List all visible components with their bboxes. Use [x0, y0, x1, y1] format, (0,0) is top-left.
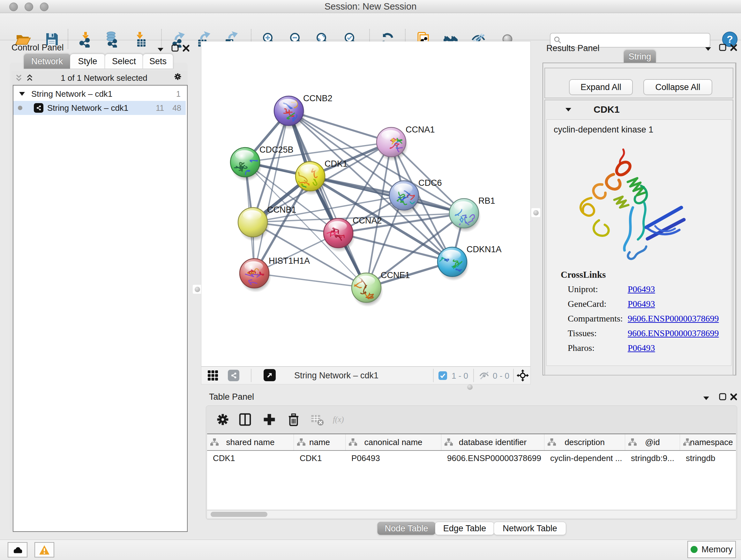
- results-panel-close-button[interactable]: [730, 44, 738, 52]
- network-type-badge[interactable]: [228, 370, 239, 381]
- pan-mode-button[interactable]: [516, 369, 529, 382]
- network-canvas[interactable]: CCNB2CCNA1CDC25BCDK1CDC6RB1CCNB1CCNA2CDK…: [201, 42, 530, 367]
- table-cell[interactable]: cyclin-dependent ...: [544, 451, 625, 465]
- tab-network[interactable]: Network: [23, 54, 71, 69]
- network-list-header: 1 of 1 Network selected: [11, 71, 188, 85]
- column-header-database-identifier[interactable]: database identifier: [441, 434, 544, 450]
- table-panel-close-button[interactable]: [730, 393, 738, 401]
- node-label-CCNA1: CCNA1: [406, 125, 435, 134]
- column-header-shared-name[interactable]: shared name: [207, 434, 294, 450]
- crosslink-link[interactable]: 9606.ENSP00000378699: [628, 328, 719, 338]
- network-list-options-button[interactable]: [174, 72, 185, 83]
- warnings-button[interactable]: [35, 542, 54, 557]
- control-panel-close-button[interactable]: [182, 44, 190, 52]
- bottom-splitter-handle[interactable]: [467, 384, 473, 390]
- table-panel-float-button[interactable]: [719, 393, 727, 401]
- results-scrollbar-track[interactable]: [736, 63, 737, 375]
- control-panel-float-button[interactable]: [171, 44, 179, 52]
- table-cell[interactable]: stringdb:9...: [625, 451, 680, 465]
- crosslink-link[interactable]: P06493: [628, 343, 655, 353]
- node-label-CDC6: CDC6: [418, 178, 442, 188]
- chevron-down-icon: [156, 45, 165, 54]
- tab-style[interactable]: Style: [70, 54, 105, 69]
- table-horizontal-scrollbar[interactable]: [207, 510, 736, 518]
- import-table-button[interactable]: [132, 31, 149, 48]
- table-cell[interactable]: stringdb: [680, 451, 736, 465]
- column-header-canonical-name[interactable]: canonical name: [346, 434, 441, 450]
- node-label-CDK1: CDK1: [325, 159, 347, 169]
- share-icon: [36, 105, 42, 111]
- network-collection-row[interactable]: String Network – cdk1 1: [13, 87, 186, 101]
- section-expander-icon[interactable]: [565, 108, 571, 112]
- table-cell[interactable]: 9606.ENSP00000378699: [441, 451, 544, 465]
- function-builder-button-disabled: f(x): [332, 413, 352, 427]
- tab-sets[interactable]: Sets: [143, 54, 173, 69]
- chevron-down-icon: [704, 45, 712, 53]
- gene-section-header[interactable]: CDK1: [544, 100, 733, 119]
- crosslink-link[interactable]: P06493: [628, 284, 655, 294]
- results-panel-menu-button[interactable]: [704, 45, 712, 53]
- add-column-button[interactable]: [262, 413, 276, 427]
- network-node-CDK1[interactable]: [294, 162, 327, 195]
- crosslink-link[interactable]: P06493: [628, 299, 655, 309]
- network-row-selected[interactable]: String Network – cdk1 11 48: [13, 101, 186, 115]
- table-panel-menu-button[interactable]: [702, 394, 711, 402]
- results-panel-float-button[interactable]: [719, 44, 727, 52]
- eye-slash-icon: [478, 371, 490, 380]
- expand-all-networks-button[interactable]: [25, 74, 34, 82]
- column-header-namespace[interactable]: namespace: [680, 434, 736, 450]
- title-bar: Session: New Session: [0, 0, 741, 13]
- grid-mode-button[interactable]: [207, 370, 218, 381]
- left-splitter-handle[interactable]: [193, 285, 202, 294]
- show-columns-button[interactable]: [238, 413, 252, 427]
- crosslink-label: Compartments:: [568, 314, 628, 324]
- scrollbar-thumb[interactable]: [211, 512, 267, 517]
- collapse-all-button[interactable]: Collapse All: [643, 79, 712, 95]
- memory-button[interactable]: Memory: [687, 541, 736, 558]
- birds-eye-view-button[interactable]: [264, 369, 276, 381]
- column-header-description[interactable]: description: [544, 434, 625, 450]
- crosslink-label: Uniprot:: [568, 284, 628, 294]
- delete-column-button[interactable]: [286, 413, 300, 427]
- float-window-icon: [171, 44, 179, 52]
- control-panel-menu-button[interactable]: [156, 45, 165, 54]
- tab-network-table[interactable]: Network Table: [494, 522, 566, 535]
- column-header--id[interactable]: @id: [625, 434, 680, 450]
- collapse-all-networks-button[interactable]: [15, 74, 23, 82]
- import-network-button[interactable]: [77, 31, 94, 48]
- table-row[interactable]: CDK1CDK1P064939606.ENSP00000378699cyclin…: [207, 451, 736, 465]
- tree-expander-icon[interactable]: [19, 91, 25, 96]
- diagonal-arrow-icon: [266, 371, 273, 379]
- tab-string[interactable]: String: [623, 50, 656, 63]
- network-node-CCNA1[interactable]: [377, 127, 408, 161]
- network-node-HIST1H1A[interactable]: [240, 259, 271, 293]
- expand-all-button[interactable]: Expand All: [569, 79, 633, 95]
- network-node-CDKN1A[interactable]: [437, 247, 469, 281]
- hidden-items-icon: [478, 371, 490, 380]
- tab-edge-table[interactable]: Edge Table: [435, 522, 494, 535]
- tab-node-table[interactable]: Node Table: [377, 522, 435, 535]
- network-node-CDC25B[interactable]: [230, 147, 262, 181]
- table-options-button[interactable]: [216, 413, 230, 427]
- network-graph[interactable]: CCNB2CCNA1CDC25BCDK1CDC6RB1CCNB1CCNA2CDK…: [201, 42, 530, 367]
- table-cell[interactable]: CDK1: [207, 451, 294, 465]
- import-network-from-database-button[interactable]: [104, 31, 121, 48]
- cloud-status-button[interactable]: [8, 542, 27, 557]
- network-node-CCNA2[interactable]: [324, 219, 355, 252]
- table-panel-title: Table Panel: [209, 392, 254, 402]
- network-node-RB1[interactable]: [449, 199, 481, 233]
- float-window-icon: [719, 44, 727, 52]
- import-table-icon: [132, 31, 149, 48]
- table-cell[interactable]: P06493: [346, 451, 441, 465]
- right-splitter-handle[interactable]: [531, 208, 540, 217]
- grid-icon: [207, 370, 218, 381]
- hierarchy-icon: [349, 438, 357, 446]
- tab-select[interactable]: Select: [105, 54, 143, 69]
- selected-counts: 1 - 0: [452, 371, 468, 381]
- window-title: Session: New Session: [0, 0, 741, 13]
- column-header-name[interactable]: name: [294, 434, 346, 450]
- network-node-CCNB2[interactable]: [274, 96, 306, 130]
- crosslink-link[interactable]: 9606.ENSP00000378699: [628, 314, 719, 324]
- table-cell[interactable]: CDK1: [294, 451, 346, 465]
- selected-checkbox[interactable]: [439, 371, 447, 380]
